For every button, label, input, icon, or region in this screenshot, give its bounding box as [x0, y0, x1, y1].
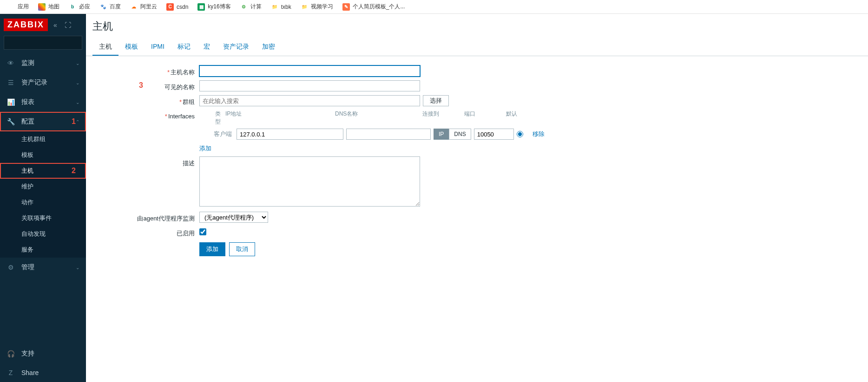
tab-templates[interactable]: 模板 — [118, 39, 145, 56]
chevron-down-icon: ⌄ — [76, 80, 79, 85]
sidebar: ZABBIX « ⛶ 👁 监测 ⌄ ☰ 资产记录 ⌄ — [0, 14, 86, 382]
default-radio[interactable] — [517, 131, 523, 137]
col-default-header: 默认 — [503, 110, 517, 126]
aliyun-icon: ☁ — [130, 3, 138, 11]
bookmark-label: 地图 — [48, 3, 59, 11]
sidebar-menu: 👁 监测 ⌄ ☰ 资产记录 ⌄ 📊 报表 ⌄ 🔧 配置 1 ⌃ 主机群组 — [0, 53, 86, 344]
doc-icon: ✎ — [342, 3, 350, 11]
chart-icon: 📊 — [7, 98, 15, 106]
description-textarea[interactable] — [199, 156, 420, 207]
bookmark-label: 计算 — [250, 3, 262, 11]
menu-inventory[interactable]: ☰ 资产记录 ⌄ — [0, 73, 86, 92]
folder-icon: 📁 — [301, 3, 308, 11]
bookmark-aliyun[interactable]: ☁ 阿里云 — [126, 1, 161, 13]
chevron-down-icon: ⌄ — [76, 100, 79, 105]
bookmark-label: ky16博客 — [208, 3, 230, 11]
tab-encryption[interactable]: 加密 — [256, 39, 282, 56]
col-type-header: 类型 — [199, 110, 223, 126]
search-box — [4, 36, 82, 50]
port-input[interactable] — [474, 129, 514, 140]
bookmark-label: 百度 — [110, 3, 121, 11]
bookmark-resume[interactable]: ✎ 个人简历模板_个人... — [339, 1, 409, 13]
add-interface-button[interactable]: 添加 — [199, 144, 211, 153]
expand-icon[interactable]: ⛶ — [63, 19, 73, 31]
agent-type-label: 客户端 — [199, 130, 234, 138]
menu-label: 监测 — [21, 59, 76, 67]
annotation-1: 1 — [72, 117, 76, 126]
proxy-label: 由agent代理程序监测 — [92, 212, 199, 223]
submenu-correlation[interactable]: 关联项事件 — [0, 210, 86, 226]
visible-name-input[interactable] — [199, 80, 420, 91]
toggle-dns[interactable]: DNS — [449, 129, 471, 140]
submenu-discovery[interactable]: 自动发现 — [0, 226, 86, 242]
annotation-2: 2 — [72, 167, 76, 175]
search-input[interactable] — [4, 39, 90, 46]
col-port-header: 端口 — [461, 110, 503, 126]
sheets-icon: ▦ — [197, 3, 205, 11]
bookmarks-bar: 应用 地图 b 必应 🐾 百度 ☁ 阿里云 C csdn ▦ ky16博客 ⚙ … — [0, 0, 868, 14]
bookmark-apps[interactable]: 应用 — [4, 1, 33, 13]
bookmark-calc[interactable]: ⚙ 计算 — [237, 1, 265, 13]
annotation-3: 3 — [139, 81, 143, 90]
submenu-maintenance[interactable]: 维护 — [0, 179, 86, 194]
bing-icon: b — [69, 3, 76, 11]
zabbix-logo[interactable]: ZABBIX — [4, 19, 48, 31]
footer-share[interactable]: Z Share — [0, 363, 86, 382]
chevron-down-icon: ⌄ — [76, 265, 79, 270]
tab-macros[interactable]: 宏 — [197, 39, 217, 56]
menu-label: 报表 — [21, 98, 76, 106]
tab-tags[interactable]: 标记 — [171, 39, 197, 56]
gear-icon: ⚙ — [240, 3, 248, 11]
groups-input[interactable] — [199, 95, 420, 106]
col-connect-header: 连接到 — [420, 110, 461, 126]
tab-inventory[interactable]: 资产记录 — [217, 39, 256, 56]
bookmark-video[interactable]: 📁 视频学习 — [297, 1, 337, 13]
submenu-actions[interactable]: 动作 — [0, 194, 86, 210]
cancel-button[interactable]: 取消 — [229, 242, 255, 256]
bookmark-maps[interactable]: 地图 — [34, 1, 63, 13]
main-content: 主机 主机 模板 IPMI 标记 宏 资产记录 加密 *主机名称 3 可见的名称 — [86, 14, 868, 382]
visible-name-label: 3 可见的名称 — [92, 80, 199, 91]
bookmark-baidu[interactable]: 🐾 百度 — [96, 1, 125, 13]
menu-administration[interactable]: ⚙ 管理 ⌄ — [0, 258, 86, 277]
toggle-ip[interactable]: IP — [434, 129, 449, 140]
bookmark-csdn[interactable]: C csdn — [163, 1, 192, 13]
ip-input[interactable] — [237, 129, 343, 140]
bookmark-ky16[interactable]: ▦ ky16博客 — [194, 1, 234, 13]
bookmark-bing[interactable]: b 必应 — [65, 1, 94, 13]
submenu-services[interactable]: 服务 — [0, 242, 86, 258]
footer-support[interactable]: 🎧 支持 — [0, 344, 86, 363]
tab-ipmi[interactable]: IPMI — [145, 39, 171, 56]
tab-host[interactable]: 主机 — [92, 39, 118, 56]
folder-icon: 📁 — [271, 3, 278, 11]
bookmark-label: csdn — [177, 4, 188, 10]
footer-label: Share — [21, 369, 79, 376]
bookmark-label: txbk — [281, 4, 291, 10]
collapse-sidebar-icon[interactable]: « — [52, 19, 59, 31]
menu-monitoring[interactable]: 👁 监测 ⌄ — [0, 53, 86, 73]
col-dns-header: DNS名称 — [332, 110, 420, 126]
submit-button[interactable]: 添加 — [199, 242, 225, 256]
enabled-checkbox[interactable] — [199, 228, 206, 235]
footer-label: 支持 — [21, 350, 79, 358]
proxy-select[interactable]: (无agent代理程序) — [199, 212, 268, 223]
apps-grid-icon — [7, 3, 15, 11]
bookmark-label: 必应 — [79, 3, 90, 11]
menu-configuration[interactable]: 🔧 配置 1 ⌃ — [0, 112, 86, 131]
interface-row: 客户端 IP DNS 移除 — [199, 129, 545, 140]
submenu-configuration: 主机群组 模板 主机 2 维护 动作 关联项事件 自动发现 服务 — [0, 131, 86, 258]
submenu-label: 主机 — [21, 167, 33, 175]
eye-icon: 👁 — [7, 59, 15, 67]
dns-input[interactable] — [346, 129, 431, 140]
submenu-hosts[interactable]: 主机 2 — [0, 163, 86, 179]
remove-interface-button[interactable]: 移除 — [533, 130, 545, 138]
bookmark-txbk[interactable]: 📁 txbk — [267, 1, 295, 13]
submenu-templates[interactable]: 模板 — [0, 147, 86, 163]
host-name-input[interactable] — [199, 65, 420, 77]
groups-label: *群组 — [92, 95, 199, 106]
baidu-icon: 🐾 — [99, 3, 107, 11]
menu-reports[interactable]: 📊 报表 ⌄ — [0, 92, 86, 112]
list-icon: ☰ — [7, 79, 15, 86]
groups-select-button[interactable]: 选择 — [423, 95, 449, 106]
submenu-hostgroups[interactable]: 主机群组 — [0, 131, 86, 147]
